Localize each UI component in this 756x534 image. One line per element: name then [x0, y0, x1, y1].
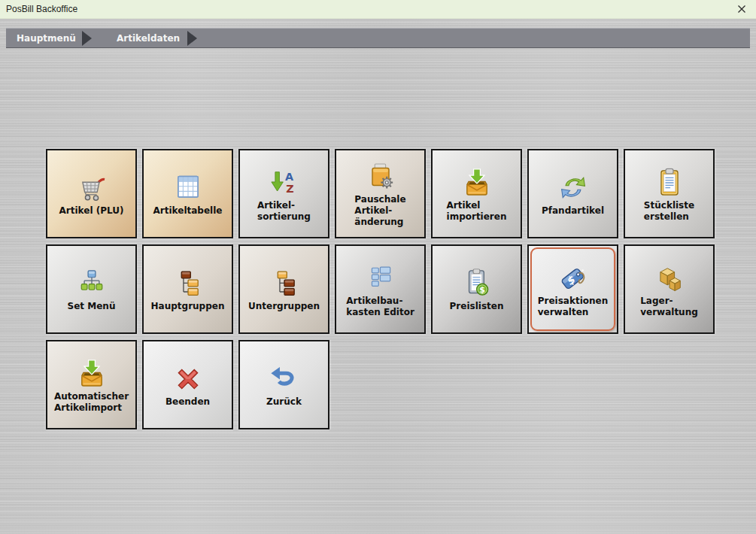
import-tray-icon	[75, 357, 108, 391]
artikel-sortierung-button[interactable]: Artikel- sortierung	[238, 149, 329, 238]
titlebar: PosBill Backoffice	[0, 0, 756, 19]
clipboard-icon	[653, 165, 686, 200]
sort-az-icon	[268, 165, 301, 200]
breadcrumb-item-hauptmenu[interactable]: Hauptmenü	[17, 33, 77, 44]
button-label: Stückliste erstellen	[644, 200, 694, 223]
button-label: Artikel- sortierung	[257, 200, 311, 223]
folder-gear-icon	[364, 159, 397, 194]
price-tag-icon	[557, 261, 590, 296]
button-label: Artikeltabelle	[153, 205, 223, 217]
artikel-plu-button[interactable]: Artikel (PLU)	[46, 149, 137, 238]
artikeltabelle-button[interactable]: Artikeltabelle	[142, 149, 233, 238]
stueckliste-erstellen-button[interactable]: Stückliste erstellen	[624, 149, 715, 238]
button-label: Untergruppen	[248, 301, 320, 312]
close-button[interactable]	[730, 0, 753, 18]
breadcrumb-item-artikeldaten[interactable]: Artikeldaten	[117, 33, 183, 44]
main-groups-tree-icon	[172, 266, 205, 301]
button-grid: Artikel (PLU)ArtikeltabelleArtikel- sort…	[46, 149, 715, 429]
right-triangle-arrow-icon	[187, 31, 197, 46]
pfandartikel-button[interactable]: Pfandartikel	[527, 149, 618, 238]
right-triangle-arrow-icon	[82, 31, 92, 46]
button-label: Artikelbau- kasten Editor	[346, 296, 414, 318]
sub-groups-tree-icon	[268, 266, 301, 301]
button-label: Preislisten	[450, 301, 504, 312]
artikel-importieren-button[interactable]: Artikel importieren	[431, 149, 522, 238]
artikelbaukasten-editor-button[interactable]: Artikelbau- kasten Editor	[335, 244, 426, 334]
zurueck-button[interactable]: Zurück	[238, 340, 329, 429]
button-label: Artikel importieren	[447, 200, 507, 223]
hauptgruppen-button[interactable]: Hauptgruppen	[142, 244, 233, 334]
button-label: Artikel (PLU)	[59, 205, 124, 217]
back-arrow-icon	[268, 362, 301, 396]
x-close-icon	[737, 5, 746, 14]
lagerverwaltung-button[interactable]: Lager- verwaltung	[624, 244, 715, 334]
import-tray-icon	[460, 165, 493, 200]
button-label: Pauschale Artikel- änderung	[354, 194, 405, 228]
untergruppen-button[interactable]: Untergruppen	[238, 244, 329, 334]
table-icon	[172, 171, 205, 205]
shopping-cart-icon	[75, 171, 108, 205]
automatischer-artikelimport-button[interactable]: Automatischer Artikelimport	[46, 340, 137, 429]
preisaktionen-verwalten-button[interactable]: Preisaktionen verwalten	[527, 244, 618, 334]
pauschale-artikel-aenderung-button[interactable]: Pauschale Artikel- änderung	[335, 149, 426, 238]
org-tree-icon	[75, 266, 108, 301]
button-label: Beenden	[165, 396, 210, 408]
button-label: Lager- verwaltung	[640, 296, 698, 318]
layout-blocks-icon	[364, 261, 397, 296]
button-label: Preisaktionen verwalten	[538, 296, 609, 318]
beenden-button[interactable]: Beenden	[142, 340, 233, 429]
red-x-icon	[172, 362, 205, 396]
button-label: Pfandartikel	[542, 205, 604, 217]
button-label: Automatischer Artikelimport	[54, 391, 129, 414]
preislisten-button[interactable]: Preislisten	[431, 244, 522, 334]
stock-boxes-icon	[653, 261, 686, 296]
button-label: Set Menü	[68, 301, 116, 312]
swap-arrows-icon	[557, 171, 590, 205]
button-label: Hauptgruppen	[151, 301, 225, 312]
price-list-icon	[460, 266, 493, 301]
button-label: Zurück	[266, 396, 302, 408]
app-window: PosBill Backoffice Hauptmenü Artikeldate…	[0, 0, 756, 534]
window-title: PosBill Backoffice	[6, 4, 77, 14]
breadcrumb: Hauptmenü Artikeldaten	[6, 28, 750, 48]
content-area: Hauptmenü Artikeldaten Artikel (PLU)Arti…	[0, 19, 756, 534]
set-menue-button[interactable]: Set Menü	[46, 244, 137, 334]
